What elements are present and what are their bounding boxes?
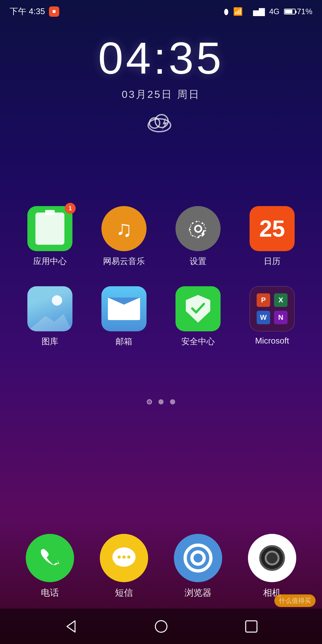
svg-marker-7 [67, 621, 75, 632]
nav-back-button[interactable] [62, 618, 80, 635]
svg-point-6 [127, 555, 130, 559]
browser-label: 浏览器 [185, 587, 212, 599]
mail-flap [108, 298, 140, 310]
phone-handset-icon [37, 545, 63, 571]
app-gallery[interactable]: 图库 [20, 286, 80, 347]
calendar-date-number: 25 [259, 217, 285, 240]
status-time: 下午 4:35 [10, 6, 45, 17]
clock-date: 03月25日 周日 [0, 88, 322, 102]
speech-bubble-icon [109, 544, 138, 573]
weather-icon [142, 111, 180, 133]
appstore-icon-wrapper: 1 [27, 206, 72, 251]
mail-icon [101, 286, 147, 331]
recent-apps-icon [244, 619, 259, 634]
music-note-icon: ♫ [116, 216, 132, 241]
gallery-sun [52, 295, 62, 306]
nav-recent-button[interactable] [242, 618, 260, 635]
music-label: 网易云音乐 [103, 256, 145, 267]
camera-lens-icon [259, 545, 285, 571]
network-type: 4G [269, 7, 279, 16]
gallery-mountain [27, 312, 72, 331]
dock-camera[interactable]: 相机 [248, 534, 296, 599]
ms-onenote-icon: N [274, 311, 288, 324]
settings-icon-wrapper [175, 206, 221, 251]
app-music[interactable]: ♫ 网易云音乐 [94, 206, 154, 267]
music-icon-wrapper: ♫ [101, 206, 147, 251]
ms-powerpoint-icon: P [257, 293, 270, 307]
battery-indicator: 71% [284, 7, 312, 16]
browser-circle-icon [184, 544, 213, 573]
sms-icon [100, 534, 148, 582]
gallery-icon [27, 286, 72, 331]
nav-home-button[interactable] [152, 618, 170, 635]
music-icon: ♫ [101, 206, 147, 251]
weather-area [0, 111, 322, 133]
dock-browser[interactable]: 浏览器 [174, 534, 222, 599]
browser-icon [174, 534, 222, 582]
appstore-icon [27, 206, 72, 251]
gear-icon [186, 217, 210, 241]
status-right: ⬮ 📶 ▅▇ 4G 71% [224, 7, 312, 16]
app-settings[interactable]: 设置 [168, 206, 228, 267]
app-appstore[interactable]: 1 应用中心 [20, 206, 80, 267]
svg-point-8 [155, 620, 167, 632]
svg-point-2 [155, 115, 168, 128]
nav-bar [0, 609, 322, 644]
svg-point-4 [118, 555, 121, 559]
appstore-label: 应用中心 [33, 256, 67, 267]
back-icon [64, 619, 78, 634]
app-grid: 1 应用中心 ♫ 网易云音乐 设置 [0, 206, 322, 366]
settings-icon [175, 206, 221, 251]
watermark: 什么值得买 [274, 594, 316, 607]
wifi-icon: 📶 [233, 7, 243, 16]
phone-label: 电话 [41, 587, 59, 599]
app-row-1: 1 应用中心 ♫ 网易云音乐 设置 [13, 206, 309, 267]
dock-sms[interactable]: 短信 [100, 534, 148, 599]
shield-icon [185, 294, 211, 323]
app-microsoft[interactable]: P X W N Microsoft [242, 286, 302, 347]
battery-percent: 71% [297, 7, 312, 16]
app-calendar[interactable]: 25 日历 [242, 206, 302, 267]
security-label: 安全中心 [181, 336, 215, 347]
dock-phone[interactable]: 电话 [26, 534, 74, 599]
page-dots [0, 399, 322, 404]
svg-rect-9 [246, 621, 257, 632]
page-dot-2[interactable] [170, 399, 175, 404]
ms-excel-icon: X [274, 293, 288, 307]
app-mail[interactable]: 邮箱 [94, 286, 154, 347]
ms-word-icon: W [257, 311, 270, 324]
dock: 电话 短信 浏览器 相机 [0, 527, 322, 605]
settings-label: 设置 [190, 256, 206, 267]
home-icon [154, 619, 168, 634]
gallery-icon-wrapper [27, 286, 72, 331]
mail-label: 邮箱 [116, 336, 132, 347]
gallery-label: 图库 [42, 336, 58, 347]
phone-icon [26, 534, 74, 582]
page-dot-1[interactable] [158, 399, 164, 404]
microsoft-icon-wrapper: P X W N [250, 286, 295, 331]
microsoft-icon: P X W N [250, 286, 295, 331]
clock-area: 04:35 03月25日 周日 [0, 32, 322, 133]
status-left: 下午 4:35 ■ [10, 6, 59, 17]
app-row-2: 图库 邮箱 安全中心 [13, 286, 309, 347]
page-dot-0[interactable] [147, 399, 152, 404]
calendar-label: 日历 [264, 256, 280, 267]
sms-label: 短信 [115, 587, 133, 599]
microsoft-label: Microsoft [255, 336, 289, 346]
calendar-icon-wrapper: 25 [250, 206, 295, 251]
security-icon [175, 286, 221, 331]
appstore-clip [35, 213, 64, 245]
signal-icon: ▅▇ [247, 7, 265, 16]
svg-point-5 [122, 555, 126, 559]
calendar-icon: 25 [250, 206, 295, 251]
bluetooth-icon: ⬮ [224, 7, 229, 16]
camera-icon [248, 534, 296, 582]
notification-dot: ■ [49, 6, 59, 17]
appstore-badge: 1 [65, 203, 76, 214]
mail-icon-wrapper [101, 286, 147, 331]
status-bar: 下午 4:35 ■ ⬮ 📶 ▅▇ 4G 71% [0, 0, 322, 20]
security-icon-wrapper [175, 286, 221, 331]
app-security[interactable]: 安全中心 [168, 286, 228, 347]
clock-time: 04:35 [0, 32, 322, 84]
mail-envelope [108, 298, 140, 320]
